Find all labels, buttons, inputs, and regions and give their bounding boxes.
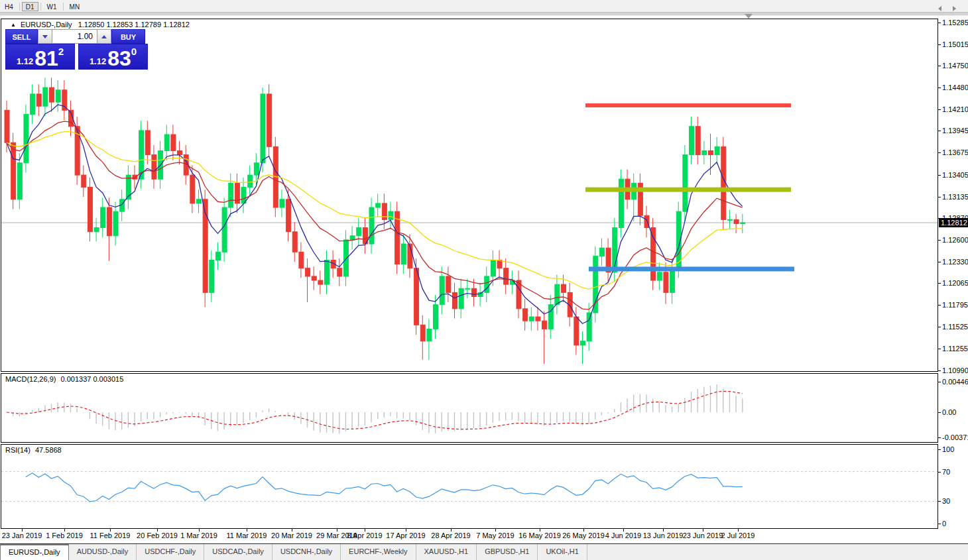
chart-tab-eurusd-daily[interactable]: EURUSD-,Daily [0,544,69,560]
volume-increase-button[interactable] [97,29,111,44]
price-tick [938,109,941,110]
current-price-tag: 1.12812 [939,218,968,227]
timeframe-button-h4[interactable]: H4 [1,2,17,11]
price-tick-label: 1.12330 [942,258,968,266]
date-tick-label: 26 May 2019 [562,532,605,539]
price-tick [938,197,941,197]
sell-price-display[interactable]: 1.12 81 2 [5,44,75,70]
rsi-tick [938,501,941,502]
price-tick [938,262,941,262]
date-tick-label: 11 Mar 2019 [227,532,267,539]
volume-input[interactable] [52,29,97,44]
rsi-name: RSI(14) [5,446,30,454]
toolbar-separator [19,3,20,11]
chart-tab-gbpusd-h1[interactable]: GBPUSD-,H1 [477,544,538,560]
price-tick-label: 1.15015 [942,40,968,48]
collapse-triangle-icon[interactable]: ▲ [11,22,16,28]
chart-title: ▲ EURUSD-,Daily 1.12850 1.12853 1.12789 … [11,21,190,28]
date-tick-label: 13 Jun 2019 [643,532,684,539]
sell-price-pip: 2 [58,46,64,57]
chart-symbol-label: EURUSD-,Daily [21,21,72,28]
rsi-tick-label: 70 [942,468,950,476]
chart-tab-eurchf-weekly[interactable]: EURCHF-,Weekly [341,544,416,560]
buy-price-main: 83 [107,50,131,68]
date-tick-label: 2 Jul 2019 [721,532,755,539]
price-tick-label: 1.12600 [942,236,968,244]
date-tick-label: 11 Feb 2019 [90,532,131,539]
price-tick [938,370,941,371]
trading-terminal-window: H4D1W1MN ▲ EURUSD-,Daily 1.12850 1.12853… [0,0,968,560]
price-tick [938,87,941,88]
rsi-tick-label: 30 [942,497,950,505]
timeframe-button-mn[interactable]: MN [66,2,84,11]
date-tick-label: 16 May 2019 [518,532,561,539]
chart-shift-marker-icon[interactable] [745,14,753,19]
sell-price-prefix: 1.12 [17,56,33,66]
macd-tick-label: 0.004465 [942,378,968,386]
toolbar-separator [63,3,64,11]
macd-name: MACD(12,26,9) [5,375,56,383]
date-tick-label: 20 Mar 2019 [271,532,312,539]
timeframe-toolbar: H4D1W1MN [0,0,968,12]
rsi-panel[interactable] [1,444,938,529]
price-tick [938,175,941,176]
chart-tab-xauusd-h1[interactable]: XAUUSD-,H1 [416,544,477,560]
timeframe-button-w1[interactable]: W1 [43,2,61,11]
chart-tab-bar: EURUSD-,DailyAUDUSD-,DailyUSDCHF-,DailyU… [0,543,968,560]
toolbar-separator [40,3,41,11]
macd-tick-label: -0.003715 [942,433,968,441]
price-tick-label: 1.14480 [942,84,968,91]
price-tick-label: 1.10990 [942,366,968,374]
macd-tick-label: 0.00 [942,408,956,416]
date-tick-label: 23 Jan 2019 [2,532,42,539]
macd-tick [938,382,941,382]
tab-scroll-right-icon[interactable] [953,6,956,11]
buy-price-pip: 0 [131,46,137,57]
timeframe-button-d1[interactable]: D1 [22,2,38,11]
triangle-down-icon [42,35,48,38]
chart-tab-usdcad-daily[interactable]: USDCAD-,Daily [204,544,272,560]
price-tick-label: 1.14750 [942,62,968,70]
price-tick-label: 1.11255 [942,345,968,353]
price-tick [938,44,941,45]
price-tick-label: 1.11525 [942,323,968,331]
rsi-tick [938,472,941,473]
tab-scroll-left-icon[interactable] [938,6,941,11]
one-click-trading-panel: SELL BUY 1.12 81 2 1.12 83 0 [5,29,148,70]
price-tick [938,131,941,131]
chart-tab-ukoil-h1[interactable]: UKOil-,H1 [538,544,587,560]
price-tick [938,305,941,306]
date-axis: 23 Jan 20191 Feb 201911 Feb 201920 Feb 2… [0,529,968,543]
price-tick [938,23,941,23]
date-tick-label: 4 Jun 2019 [605,532,641,539]
price-tick-label: 1.13675 [942,148,968,156]
price-tick-label: 1.11795 [942,301,968,309]
rsi-tick [938,524,941,524]
date-tick-label: 1 Feb 2019 [46,532,83,539]
volume-decrease-button[interactable] [38,29,52,44]
rsi-value: 47.5868 [35,446,62,454]
price-tick-label: 1.15285 [942,19,968,27]
date-tick-label: 1 Mar 2019 [180,532,217,539]
toolbar-divider-strip [0,12,968,16]
date-tick-label: 20 Feb 2019 [137,532,178,539]
price-tick [938,240,941,241]
macd-tick [938,437,941,438]
chart-tab-usdchf-daily[interactable]: USDCHF-,Daily [137,544,204,560]
price-tick [938,327,941,327]
buy-button[interactable]: BUY [111,29,145,44]
chart-tab-usdcnh-daily[interactable]: USDCNH-,Daily [272,544,341,560]
rsi-tick-label: 100 [942,445,954,453]
date-tick-label: 17 Apr 2019 [386,532,425,539]
macd-panel[interactable] [1,373,938,443]
chart-tab-audusd-daily[interactable]: AUDUSD-,Daily [69,544,137,560]
rsi-tick-label: 0 [942,520,946,528]
rsi-tick [938,449,941,450]
main-chart-panel[interactable] [1,19,938,372]
price-tick-label: 1.13945 [942,127,968,135]
price-tick [938,283,941,284]
buy-price-prefix: 1.12 [90,56,106,66]
sell-button[interactable]: SELL [5,29,38,44]
price-tick [938,66,941,66]
buy-price-display[interactable]: 1.12 83 0 [78,44,148,70]
